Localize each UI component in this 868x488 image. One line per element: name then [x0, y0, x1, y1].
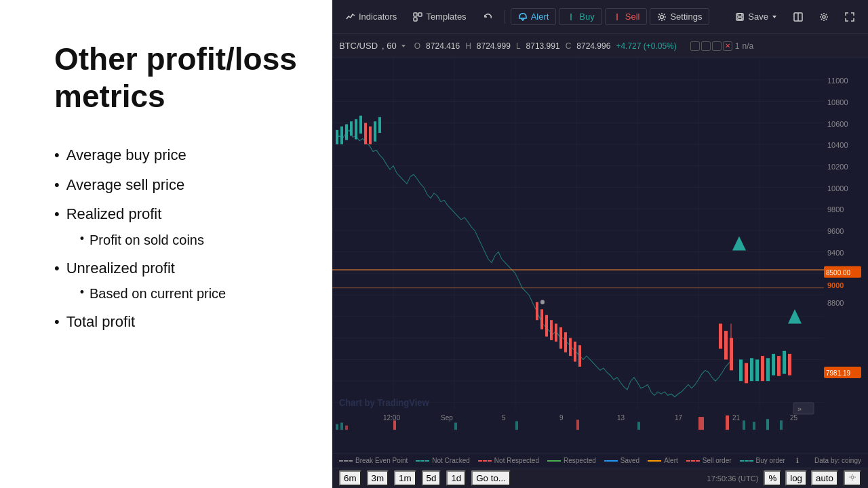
svg-rect-74 [336, 424, 338, 430]
svg-text:10000: 10000 [827, 184, 848, 192]
data-provider: Data by: coingy [814, 457, 861, 464]
legend-respected: Respected [547, 457, 596, 464]
alert-line-icon [648, 460, 661, 462]
log-button[interactable]: log [785, 470, 807, 486]
legend-buy-order: Buy order [740, 457, 785, 464]
legend-saved: Saved [604, 457, 639, 464]
layout-button[interactable] [787, 9, 810, 25]
svg-text:9000: 9000 [827, 281, 844, 289]
svg-text:10800: 10800 [827, 98, 848, 106]
svg-rect-0 [414, 13, 417, 16]
not-cracked-line-icon [416, 460, 429, 462]
respected-line-icon [547, 460, 561, 462]
open-price: 8724.416 [426, 41, 460, 51]
templates-button[interactable]: Templates [406, 8, 473, 25]
svg-rect-12 [332, 58, 868, 453]
tf-5d-button[interactable]: 5d [422, 470, 441, 486]
svg-rect-6 [738, 18, 742, 20]
chart-svg: 11000 10800 10600 10400 10200 10000 9800… [332, 58, 868, 453]
list-item-total: Total profit [54, 309, 298, 334]
svg-rect-40 [355, 119, 357, 140]
svg-rect-87 [780, 420, 783, 430]
svg-rect-85 [753, 422, 755, 430]
pct-log-buttons: % log auto [764, 470, 838, 486]
svg-text:Sep: Sep [441, 414, 453, 422]
svg-rect-83 [726, 415, 729, 430]
symbol-info[interactable]: BTC/USD , 60 [339, 41, 406, 51]
pct-button[interactable]: % [764, 470, 781, 486]
save-button[interactable]: Save [728, 8, 784, 25]
svg-rect-62 [750, 358, 753, 381]
svg-text:25: 25 [790, 414, 797, 422]
indicators-button[interactable]: Indicators [339, 8, 403, 25]
svg-rect-69 [788, 354, 791, 375]
list-item-label: Unrealized profit Based on current price [66, 256, 226, 305]
svg-rect-64 [761, 356, 764, 381]
buy-order-line-icon [740, 460, 753, 462]
svg-text:9: 9 [559, 414, 564, 422]
list-item-label: Total profit [66, 309, 136, 334]
svg-text:9800: 9800 [827, 205, 844, 214]
chart-toolbar: Indicators Templates Alert [332, 0, 868, 34]
chart-settings-button[interactable] [844, 470, 861, 486]
svg-point-116 [851, 476, 854, 479]
svg-text:13: 13 [617, 414, 625, 422]
svg-text:5: 5 [502, 414, 506, 422]
svg-rect-78 [454, 423, 457, 430]
svg-rect-47 [540, 309, 543, 329]
buy-button[interactable]: Buy [559, 8, 601, 25]
tf-1d-button[interactable]: 1d [446, 470, 466, 486]
close-price: 8724.996 [576, 41, 610, 51]
svg-rect-68 [783, 351, 786, 374]
list-item-unrealized: Unrealized profit Based on current price [54, 256, 298, 305]
svg-rect-61 [745, 363, 748, 384]
time-display: 17:50:36 (UTC) [707, 474, 759, 483]
settings-button[interactable]: Settings [650, 8, 709, 25]
sell-button[interactable]: Sell [605, 8, 648, 25]
fullscreen-button[interactable] [838, 9, 861, 25]
tf-3m-button[interactable]: 3m [367, 470, 389, 486]
toolbar-divider [505, 10, 505, 24]
svg-rect-53 [569, 338, 572, 356]
high-price: 8724.999 [477, 41, 511, 51]
undo-button[interactable] [476, 9, 499, 25]
svg-rect-52 [564, 332, 567, 352]
chart-area[interactable]: 11000 10800 10600 10400 10200 10000 9800… [332, 58, 868, 453]
svg-rect-38 [345, 124, 348, 140]
svg-rect-51 [559, 327, 562, 349]
svg-rect-67 [777, 356, 781, 376]
left-panel: Other profit/lossmetrics Average buy pri… [0, 0, 332, 488]
svg-point-104 [540, 300, 545, 304]
svg-point-3 [660, 15, 664, 18]
bottom-toolbar: 6m 3m 1m 5d 1d Go to... 17:50:36 (UTC) %… [332, 468, 868, 488]
sub-list-item: Profit on sold coins [80, 228, 204, 251]
low-price: 8713.991 [526, 41, 560, 51]
goto-button[interactable]: Go to... [471, 470, 511, 486]
svg-text:9400: 9400 [827, 249, 844, 257]
not-respected-line-icon [478, 460, 492, 462]
tf-6m-button[interactable]: 6m [339, 470, 361, 486]
symbol-bar: BTC/USD , 60 O 8724.416 H 8724.999 L 871… [332, 34, 868, 58]
svg-rect-39 [350, 121, 353, 136]
list-item-avg-buy: Average buy price [54, 142, 298, 167]
svg-rect-1 [418, 13, 422, 16]
list-item-realized: Realized profit Profit on sold coins [54, 201, 298, 251]
gear-button[interactable] [812, 9, 835, 25]
svg-rect-2 [414, 18, 417, 21]
price-ohlc: O 8724.416 H 8724.999 L 8713.991 C 8724.… [414, 41, 677, 51]
svg-text:10600: 10600 [827, 119, 848, 127]
svg-rect-36 [336, 130, 338, 144]
svg-rect-46 [536, 302, 538, 320]
price-change: +4.727 (+0.05%) [616, 41, 676, 51]
svg-rect-57 [724, 331, 728, 359]
svg-rect-50 [555, 324, 557, 342]
svg-marker-11 [401, 45, 406, 47]
svg-text:10400: 10400 [827, 141, 848, 149]
list-item-avg-sell: Average sell price [54, 172, 298, 197]
tf-1m-button[interactable]: 1m [394, 470, 416, 486]
alert-button[interactable]: Alert [511, 8, 557, 25]
auto-button[interactable]: auto [811, 470, 838, 486]
bullet-list: Average buy price Average sell price Rea… [54, 142, 298, 338]
info-icon[interactable]: ℹ [796, 457, 799, 464]
svg-text:8500.00: 8500.00 [826, 268, 850, 276]
